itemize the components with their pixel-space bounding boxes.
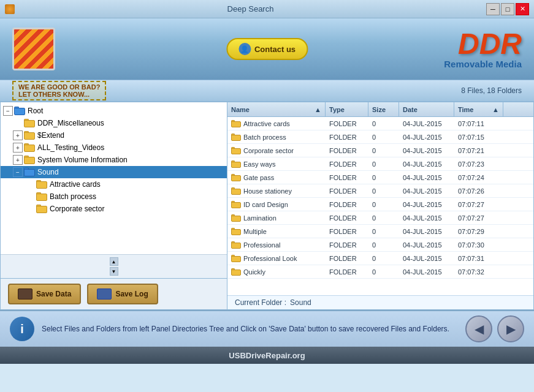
- file-row[interactable]: Professional Look FOLDER 0 04-JUL-2015 0…: [227, 252, 533, 265]
- file-row[interactable]: ID card Design FOLDER 0 04-JUL-2015 07:0…: [227, 198, 533, 211]
- tree-item-attractivecards[interactable]: Attractive cards: [1, 178, 227, 190]
- file-cell-date: 04-JUL-2015: [399, 119, 454, 129]
- file-cell-size: 0: [368, 146, 399, 156]
- info-text: Select Files and Folders from left Panel…: [42, 325, 458, 333]
- file-cell-type: FOLDER: [326, 240, 368, 250]
- nav-forward-button[interactable]: ▶: [497, 315, 524, 342]
- col-size-header: Size: [368, 102, 399, 116]
- maximize-button[interactable]: □: [501, 3, 514, 15]
- folder-icon: [36, 192, 47, 201]
- col-type-header: Type: [326, 102, 368, 116]
- file-folder-icon: [231, 268, 241, 276]
- file-cell-time: 07:07:26: [454, 186, 503, 196]
- file-name: Professional: [243, 241, 281, 249]
- file-folder-icon: [231, 174, 241, 181]
- file-name: Multiple: [243, 228, 267, 235]
- tree-item-corporatesector[interactable]: Corporate sector: [1, 203, 227, 215]
- header: 👤 Contact us DDR Removable Media: [0, 18, 534, 80]
- file-cell-time: 07:07:23: [454, 159, 503, 169]
- scroll-up[interactable]: ▲: [110, 257, 118, 266]
- tree-item-extend[interactable]: + $Extend: [1, 129, 227, 141]
- tree-item-sysvolinfo[interactable]: + System Volume Information: [1, 154, 227, 166]
- file-cell-type: FOLDER: [326, 173, 368, 183]
- tree-item-ddrmiscellaneous[interactable]: DDR_Miscellaneous: [1, 117, 227, 129]
- file-cell-name: Corporate sector: [227, 146, 326, 156]
- tree-panel: − Root DDR_Miscellaneous +: [1, 102, 227, 309]
- file-row[interactable]: House stationey FOLDER 0 04-JUL-2015 07:…: [227, 184, 533, 198]
- tree-root[interactable]: − Root: [1, 105, 227, 117]
- col-size-label: Size: [372, 106, 386, 113]
- file-list[interactable]: Attractive cards FOLDER 0 04-JUL-2015 07…: [227, 117, 533, 295]
- file-row[interactable]: Easy ways FOLDER 0 04-JUL-2015 07:07:23: [227, 157, 533, 171]
- file-row[interactable]: Batch process FOLDER 0 04-JUL-2015 07:07…: [227, 130, 533, 144]
- folder-icon: [24, 131, 35, 140]
- file-cell-size: 0: [368, 267, 399, 277]
- folder-icon: [24, 143, 35, 152]
- window-controls: ─ □ ✕: [486, 3, 529, 15]
- folder-icon: [24, 168, 35, 176]
- file-row[interactable]: Attractive cards FOLDER 0 04-JUL-2015 07…: [227, 117, 533, 130]
- file-row[interactable]: Multiple FOLDER 0 04-JUL-2015 07:07:29: [227, 225, 533, 238]
- file-cell-size: 0: [368, 132, 399, 142]
- extend-expand[interactable]: +: [13, 130, 23, 140]
- file-folder-icon: [231, 134, 241, 141]
- tree-item-batchprocess[interactable]: Batch process: [1, 190, 227, 203]
- file-name: Gate pass: [243, 174, 274, 181]
- nav-buttons: ◀ ▶: [465, 315, 524, 342]
- file-cell-date: 04-JUL-2015: [399, 267, 454, 277]
- file-folder-icon: [231, 201, 241, 208]
- file-cell-type: FOLDER: [326, 159, 368, 169]
- file-row[interactable]: Professional FOLDER 0 04-JUL-2015 07:07:…: [227, 238, 533, 252]
- save-data-button[interactable]: Save Data: [8, 284, 81, 304]
- sysvolinfo-expand[interactable]: +: [13, 155, 23, 165]
- sound-expand[interactable]: −: [13, 167, 23, 177]
- file-folder-icon: [231, 255, 241, 262]
- root-expand[interactable]: −: [3, 106, 13, 116]
- save-log-button[interactable]: Save Log: [87, 284, 158, 304]
- expand-placeholder: [25, 192, 35, 202]
- close-button[interactable]: ✕: [516, 3, 529, 15]
- file-folder-icon: [231, 160, 241, 168]
- folder-icon: [24, 156, 35, 164]
- file-cell-date: 04-JUL-2015: [399, 240, 454, 250]
- file-cell-time: 07:07:21: [454, 146, 503, 156]
- file-cell-type: FOLDER: [326, 132, 368, 142]
- item-label: DDR_Miscellaneous: [37, 119, 104, 127]
- file-cell-date: 04-JUL-2015: [399, 213, 454, 223]
- file-cell-type: FOLDER: [326, 119, 368, 129]
- file-name: Quickly: [243, 268, 265, 276]
- nav-back-button[interactable]: ◀: [465, 315, 492, 342]
- file-name: Attractive cards: [243, 120, 290, 127]
- file-row[interactable]: Gate pass FOLDER 0 04-JUL-2015 07:07:24: [227, 171, 533, 184]
- file-cell-name: Batch process: [227, 132, 326, 142]
- file-row[interactable]: Lamination FOLDER 0 04-JUL-2015 07:07:27: [227, 211, 533, 225]
- file-row[interactable]: Corporate sector FOLDER 0 04-JUL-2015 07…: [227, 144, 533, 157]
- current-folder-label: Current Folder :: [235, 298, 286, 307]
- titlebar: Deep Search ─ □ ✕: [0, 0, 534, 18]
- folder-icon: [36, 205, 47, 213]
- col-time-header: Time ▲: [454, 102, 503, 116]
- banner-line2: LET OTHERS KNOW...: [18, 91, 100, 98]
- file-cell-date: 04-JUL-2015: [399, 146, 454, 156]
- tree-scroll[interactable]: − Root DDR_Miscellaneous +: [1, 102, 227, 254]
- file-cell-time: 07:07:15: [454, 132, 503, 142]
- file-header: Name ▲ Type Size Date Time ▲: [227, 102, 533, 117]
- tree-item-allvideos[interactable]: + ALL_Testing_Videos: [1, 141, 227, 154]
- file-cell-date: 04-JUL-2015: [399, 200, 454, 209]
- col-time-label: Time: [458, 106, 473, 113]
- minimize-button[interactable]: ─: [486, 3, 500, 15]
- file-cell-type: FOLDER: [326, 227, 368, 236]
- scroll-down[interactable]: ▼: [110, 267, 118, 276]
- allvideos-expand[interactable]: +: [13, 143, 23, 153]
- file-cell-time: 07:07:30: [454, 240, 503, 250]
- tree-item-sound[interactable]: − Sound: [1, 166, 227, 178]
- file-row[interactable]: Quickly FOLDER 0 04-JUL-2015 07:07:32: [227, 265, 533, 279]
- file-cell-date: 04-JUL-2015: [399, 132, 454, 142]
- contact-button[interactable]: 👤 Contact us: [226, 38, 308, 60]
- file-cell-type: FOLDER: [326, 213, 368, 223]
- file-cell-size: 0: [368, 159, 399, 169]
- root-label: Root: [28, 107, 43, 115]
- file-name: Batch process: [243, 134, 286, 141]
- file-cell-name: Easy ways: [227, 159, 326, 169]
- banner-line1: WE ARE GOOD OR BAD?: [18, 83, 100, 91]
